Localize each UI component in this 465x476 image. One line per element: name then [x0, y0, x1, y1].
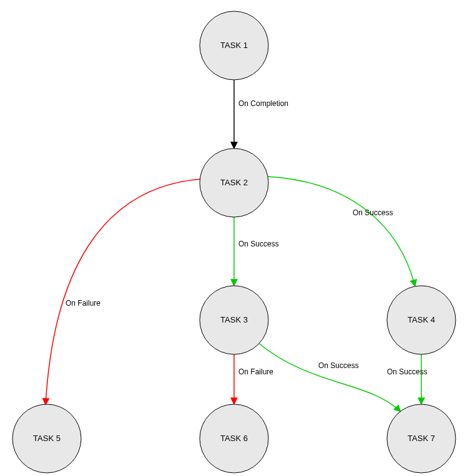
node-task2: TASK 2	[200, 148, 268, 217]
edge-t2-t4: On Success	[267, 177, 415, 286]
edge-label-t2-t4: On Success	[353, 208, 393, 217]
node-task3: TASK 3	[200, 286, 268, 354]
node-label-task3: TASK 3	[220, 315, 248, 324]
node-task7: TASK 7	[387, 404, 456, 473]
node-task6: TASK 6	[200, 404, 268, 473]
edge-t3-t7: On Success	[258, 343, 401, 412]
edge-label-t2-t3: On Success	[238, 240, 279, 248]
edge-label-t1-t2: On Completion	[238, 99, 288, 108]
task-flow-diagram: On Completion On Success On Success On F…	[0, 0, 465, 476]
edge-t3-t6: On Failure	[234, 354, 273, 404]
node-label-task2: TASK 2	[220, 178, 248, 187]
node-label-task7: TASK 7	[408, 434, 435, 443]
node-label-task6: TASK 6	[220, 434, 248, 443]
node-label-task1: TASK 1	[220, 41, 248, 50]
edge-label-t3-t6: On Failure	[238, 367, 273, 376]
edge-label-t2-t5: On Failure	[66, 299, 100, 308]
node-task5: TASK 5	[12, 404, 81, 473]
edge-label-t4-t7: On Success	[387, 367, 428, 376]
edge-t1-t2: On Completion	[234, 80, 288, 148]
node-label-task4: TASK 4	[408, 315, 435, 324]
node-task4: TASK 4	[387, 286, 456, 354]
node-label-task5: TASK 5	[33, 434, 61, 443]
node-task1: TASK 1	[200, 11, 268, 80]
edge-label-t3-t7: On Success	[318, 361, 359, 370]
edge-t2-t3: On Success	[234, 217, 279, 286]
edge-t2-t5: On Failure	[46, 179, 201, 405]
edge-t4-t7: On Success	[387, 354, 428, 404]
